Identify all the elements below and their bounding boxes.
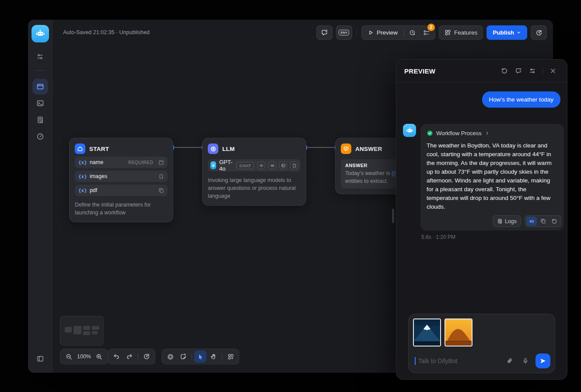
zoom-level[interactable]: 100% bbox=[76, 354, 92, 360]
audio-capability-icon bbox=[268, 161, 276, 169]
robot-icon bbox=[35, 28, 46, 39]
llm-model-selector[interactable]: GPT-4o CHAT bbox=[208, 159, 301, 172]
change-history-button[interactable] bbox=[140, 350, 153, 363]
chat-input-row bbox=[413, 354, 550, 368]
canvas-scrollbar[interactable] bbox=[392, 209, 394, 223]
attachment-image-mountain-blue[interactable] bbox=[413, 318, 441, 346]
chat-transcript: How's the weather today bbox=[396, 83, 567, 379]
voice-input-button[interactable] bbox=[520, 355, 531, 367]
attachment-image-mountain-orange[interactable] bbox=[444, 318, 472, 346]
checklist-count-badge: 2 bbox=[427, 24, 435, 31]
sidebar-item-monitoring[interactable] bbox=[32, 129, 48, 144]
run-group: Preview bbox=[361, 25, 435, 40]
zoom-in-button[interactable] bbox=[93, 350, 105, 363]
env-icon: ENV bbox=[339, 30, 349, 35]
sidebar-divider bbox=[35, 70, 46, 71]
node-start-description: Define the initial parameters for launch… bbox=[75, 201, 168, 217]
gauge-icon bbox=[36, 133, 44, 140]
attach-file-button[interactable] bbox=[504, 355, 515, 367]
features-label: Features bbox=[454, 29, 477, 36]
logs-label: Logs bbox=[505, 218, 517, 224]
llm-mode-badge: CHAT bbox=[236, 162, 254, 169]
home-icon bbox=[75, 144, 85, 154]
text-input-icon bbox=[158, 160, 164, 165]
zoom-toolbar: 100% bbox=[60, 349, 108, 364]
topbar-actions: ENV Preview bbox=[316, 25, 547, 40]
checklist-button[interactable]: 2 bbox=[420, 27, 433, 38]
node-llm[interactable]: LLM GPT-4o CHAT bbox=[202, 138, 306, 206]
autosave-status: Auto-Saved 21:02:35 · Unpublished bbox=[63, 29, 150, 35]
app-window-icon bbox=[36, 83, 44, 91]
logs-button[interactable]: Logs bbox=[493, 215, 521, 227]
pointer-mode-button[interactable] bbox=[194, 350, 206, 363]
bot-avatar bbox=[403, 124, 416, 137]
close-preview-button[interactable] bbox=[547, 65, 559, 77]
workflow-process-label: Workflow Process bbox=[436, 130, 482, 136]
chat-clear-icon bbox=[321, 29, 328, 36]
logs-icon bbox=[497, 218, 503, 224]
undo-button[interactable] bbox=[110, 350, 122, 363]
node-start[interactable]: START {x} name REQUIRED {x} images bbox=[69, 138, 173, 222]
redo-button[interactable] bbox=[123, 350, 136, 363]
logs-document-icon bbox=[36, 116, 44, 124]
publish-label: Publish bbox=[493, 29, 514, 36]
send-plane-icon bbox=[539, 357, 546, 364]
run-history-button[interactable] bbox=[406, 27, 419, 38]
message-meta: 5.6s · 1:20 PM bbox=[421, 234, 564, 240]
image-file-icon bbox=[158, 174, 164, 179]
variable-token: {x} bbox=[78, 174, 87, 179]
sidebar-item-logs[interactable] bbox=[32, 112, 48, 128]
organize-nodes-button[interactable] bbox=[224, 350, 237, 363]
collapse-sidebar-button[interactable] bbox=[32, 351, 48, 367]
required-tag: REQUIRED bbox=[128, 160, 153, 165]
variable-token: {x} bbox=[78, 188, 87, 193]
sidebar-item-api[interactable] bbox=[32, 95, 48, 111]
regenerate-button[interactable] bbox=[549, 217, 560, 226]
features-button[interactable]: Features bbox=[439, 25, 483, 40]
attached-images bbox=[413, 318, 550, 346]
version-history-button[interactable] bbox=[531, 25, 547, 40]
chat-input[interactable] bbox=[417, 357, 500, 365]
node-llm-title: LLM bbox=[222, 146, 235, 152]
start-var-images[interactable]: {x} images bbox=[75, 171, 168, 182]
history-restore-icon bbox=[536, 29, 542, 36]
speak-aloud-button[interactable] bbox=[526, 217, 537, 226]
edge-llm-answer bbox=[307, 147, 336, 148]
add-node-button[interactable] bbox=[164, 350, 176, 363]
zoom-out-button[interactable] bbox=[63, 350, 75, 363]
node-llm-description: Invoking large language models to answer… bbox=[208, 176, 301, 200]
llm-icon bbox=[208, 144, 218, 154]
preview-panel: PREVIEW bbox=[396, 59, 567, 380]
success-check-icon bbox=[427, 130, 433, 136]
conversation-settings-button[interactable] bbox=[526, 65, 539, 77]
preview-run-label: Preview bbox=[377, 29, 398, 36]
workflow-process-toggle[interactable]: Workflow Process bbox=[427, 130, 558, 136]
image-capability-icon bbox=[279, 161, 287, 169]
app-logo[interactable] bbox=[32, 25, 49, 42]
annotation-clear-button[interactable] bbox=[316, 25, 332, 40]
chevron-right-icon bbox=[485, 131, 490, 136]
start-var-pdf[interactable]: {x} pdf bbox=[75, 185, 168, 196]
canvas-minimap[interactable] bbox=[60, 316, 104, 346]
edge-start-llm bbox=[174, 147, 203, 148]
start-var-name[interactable]: {x} name REQUIRED bbox=[75, 157, 168, 168]
publish-button[interactable]: Publish bbox=[486, 25, 527, 40]
node-tools-toolbar bbox=[161, 349, 239, 364]
panel-collapse-icon bbox=[36, 355, 44, 363]
preview-run-button[interactable]: Preview bbox=[364, 29, 402, 36]
workflow-settings-button[interactable] bbox=[32, 49, 48, 64]
run-group-divider bbox=[404, 29, 404, 36]
copy-message-button[interactable] bbox=[538, 217, 548, 226]
topbar-divider bbox=[357, 29, 357, 36]
restart-conversation-button[interactable] bbox=[498, 65, 511, 77]
sliders-icon bbox=[36, 53, 44, 60]
chat-input-box bbox=[408, 314, 555, 373]
clear-conversation-button[interactable] bbox=[512, 65, 525, 77]
play-icon bbox=[368, 30, 374, 35]
sidebar-item-orchestrate[interactable] bbox=[32, 79, 48, 94]
hand-mode-button[interactable] bbox=[207, 350, 220, 363]
environment-variables-button[interactable]: ENV bbox=[336, 25, 352, 40]
add-note-button[interactable] bbox=[177, 350, 189, 363]
send-message-button[interactable] bbox=[536, 354, 550, 368]
undo-redo-toolbar bbox=[108, 349, 155, 364]
